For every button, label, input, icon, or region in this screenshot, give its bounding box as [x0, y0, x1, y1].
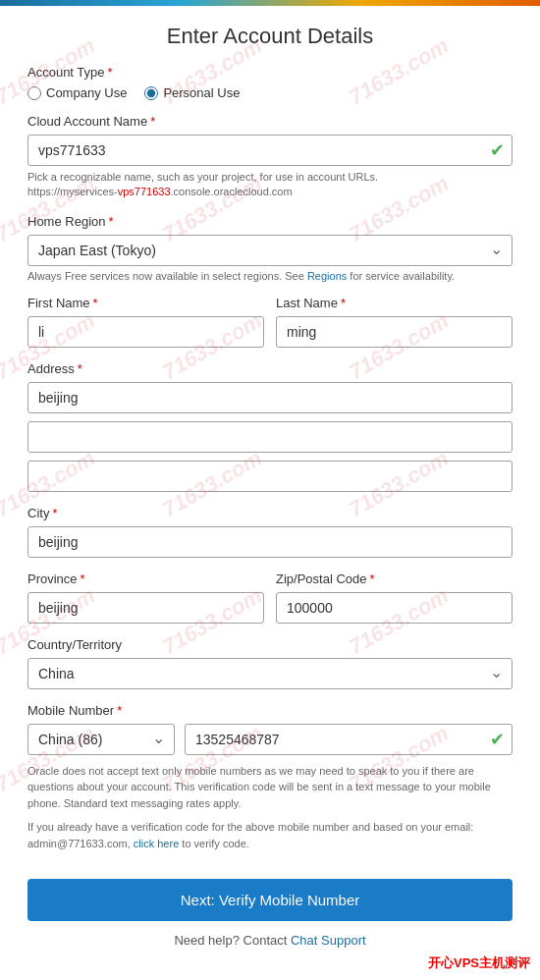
mobile-notice-2: If you already have a verification code …: [27, 819, 513, 851]
home-region-section: Home Region * Japan East (Tokyo) Always …: [27, 214, 513, 282]
personal-use-label: Personal Use: [163, 85, 240, 100]
hint-url-link[interactable]: vps771633: [118, 186, 171, 197]
required-indicator: *: [150, 114, 155, 129]
cloud-account-name-hint: Pick a recognizable name, such as your p…: [27, 170, 513, 200]
regions-link[interactable]: Regions: [307, 270, 347, 282]
first-name-label-row: First Name *: [27, 296, 264, 310]
personal-use-option[interactable]: Personal Use: [144, 85, 240, 100]
account-type-radio-group: Company Use Personal Use: [27, 85, 513, 100]
required-indicator: *: [78, 361, 82, 376]
zip-input[interactable]: [276, 592, 513, 624]
required-indicator: *: [109, 214, 114, 229]
page-title: Enter Account Details: [27, 6, 513, 65]
mobile-notice-1: Oracle does not accept text only mobile …: [27, 763, 513, 812]
country-select-wrapper: China: [27, 658, 513, 689]
home-region-select-wrapper: Japan East (Tokyo): [27, 235, 513, 266]
footer: Need help? Contact Chat Support: [27, 933, 513, 953]
cloud-account-name-label-row: Cloud Account Name *: [27, 114, 513, 129]
address-line2-input[interactable]: [27, 421, 513, 453]
mobile-country-wrapper: China (86): [27, 724, 175, 755]
cloud-account-name-section: Cloud Account Name * ✔ Pick a recognizab…: [27, 114, 513, 200]
click-here-link[interactable]: click here: [134, 838, 179, 849]
required-indicator: *: [108, 65, 113, 80]
required-indicator: *: [81, 572, 85, 586]
address-line1-input[interactable]: [27, 382, 513, 413]
mobile-country-select[interactable]: China (86): [27, 724, 175, 755]
required-indicator: *: [52, 506, 57, 520]
brand-watermark: 开心VPS主机测评: [428, 954, 530, 972]
account-type-label: Account Type *: [27, 65, 513, 80]
city-input[interactable]: [27, 526, 513, 558]
cloud-account-name-input[interactable]: [27, 135, 513, 166]
city-label-row: City *: [27, 506, 513, 520]
address-line3-input[interactable]: [27, 461, 513, 492]
required-indicator: *: [341, 296, 346, 310]
province-label-row: Province *: [27, 572, 264, 586]
account-type-section: Account Type * Company Use Personal Use: [27, 65, 513, 100]
mobile-number-input[interactable]: [185, 724, 513, 755]
country-section: Country/Territory China: [27, 637, 513, 689]
personal-use-radio[interactable]: [144, 86, 158, 100]
mobile-number-col: ✔: [185, 724, 513, 755]
address-label-row: Address *: [27, 361, 513, 376]
city-section: City *: [27, 506, 513, 558]
first-name-col: First Name *: [27, 296, 264, 348]
last-name-input[interactable]: [276, 316, 513, 348]
hint-url-prefix: https://myservices-: [27, 186, 118, 197]
required-indicator: *: [93, 296, 98, 310]
company-use-option[interactable]: Company Use: [27, 85, 127, 100]
mobile-label-row: Mobile Number *: [27, 703, 513, 718]
required-indicator: *: [117, 703, 122, 718]
mobile-valid-checkmark-icon: ✔: [490, 729, 505, 750]
mobile-number-wrapper: ✔: [185, 724, 513, 755]
home-region-label-row: Home Region *: [27, 214, 513, 229]
province-col: Province *: [27, 572, 264, 624]
address-section: Address *: [27, 361, 513, 492]
required-indicator: *: [370, 572, 375, 586]
valid-checkmark-icon: ✔: [490, 139, 505, 161]
name-row: First Name * Last Name *: [27, 296, 513, 348]
zip-col: Zip/Postal Code *: [276, 572, 513, 624]
first-name-input[interactable]: [27, 316, 264, 348]
mobile-number-section: Mobile Number * China (86) ✔ Oracle does…: [27, 703, 513, 852]
company-use-radio[interactable]: [27, 86, 41, 100]
province-input[interactable]: [27, 592, 264, 624]
country-select[interactable]: China: [27, 658, 513, 689]
province-zip-row: Province * Zip/Postal Code *: [27, 572, 513, 624]
last-name-label-row: Last Name *: [276, 296, 513, 310]
zip-label-row: Zip/Postal Code *: [276, 572, 513, 586]
cloud-account-name-wrapper: ✔: [27, 135, 513, 166]
home-region-hint: Always Free services now available in se…: [27, 270, 513, 282]
mobile-input-row: China (86) ✔: [27, 724, 513, 755]
next-button[interactable]: Next: Verify Mobile Number: [27, 879, 513, 921]
company-use-label: Company Use: [46, 85, 127, 100]
country-label-row: Country/Territory: [27, 637, 513, 652]
home-region-select[interactable]: Japan East (Tokyo): [27, 235, 513, 266]
last-name-col: Last Name *: [276, 296, 513, 348]
chat-support-link[interactable]: Chat Support: [291, 933, 366, 948]
